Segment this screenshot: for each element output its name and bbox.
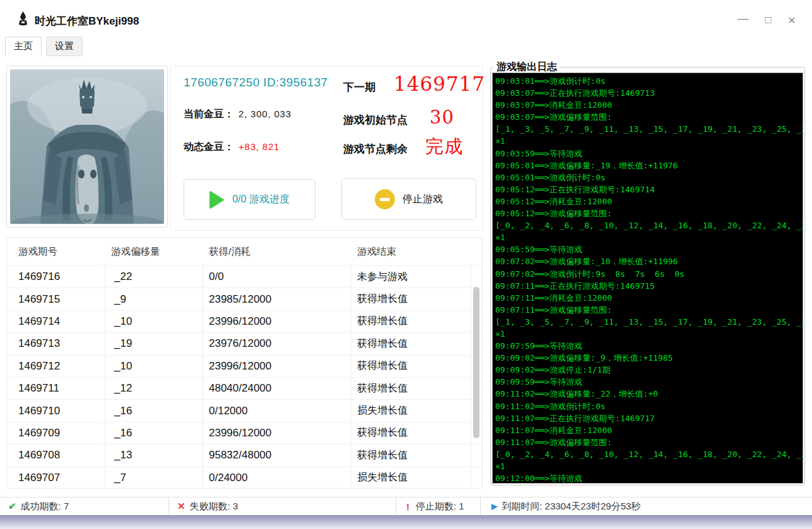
table-cell: 1469712	[7, 360, 108, 373]
log-line: 09:07:11══>游戏偏移量范围:	[495, 304, 803, 316]
log-line: [_0, _2, _4, _6, _8, _10, _12, _14, _16,…	[495, 219, 803, 231]
log-output[interactable]: 09:03:01══>游戏倒计时:0s09:03:07══>正在执行游戏期号:1…	[492, 73, 803, 484]
table-cell: 获得增长值	[351, 382, 464, 395]
table-cell: 48040/24000	[203, 382, 351, 395]
table-row[interactable]: 1469710_160/12000损失增长值	[7, 399, 482, 421]
table-cell: 1469709	[7, 427, 108, 439]
table-row[interactable]: 1469711_1248040/24000获得增长值	[7, 377, 482, 399]
close-button[interactable]: ×	[788, 13, 796, 28]
log-line: 09:11:07══>游戏偏移量范围:	[495, 436, 803, 448]
table-scrollbar[interactable]	[471, 265, 481, 487]
table-row[interactable]: 1469713_1923976/12000获得增长值	[7, 332, 482, 354]
play-icon	[209, 190, 225, 209]
status-success: ✔ 成功期数: 7	[0, 497, 169, 515]
log-line: 09:07:59══>等待游戏	[495, 340, 803, 352]
table-cell: _22	[108, 270, 203, 283]
log-line: 09:05:01══>游戏偏移量:_19，增长值:+11976	[495, 160, 803, 171]
log-line: ×1	[495, 231, 803, 243]
table-cell: 获得增长值	[351, 359, 464, 373]
next-round-row: 下一期 1469717	[343, 73, 485, 95]
title-bar: 时光工作室BYkeji998 — □ ×	[0, 0, 812, 37]
window-title: 时光工作室BYkeji998	[35, 14, 139, 28]
status-fail-text: 失败期数: 3	[190, 501, 238, 513]
table-row[interactable]: 1469708_1395832/48000获得增长值	[7, 444, 482, 466]
node-left-label: 游戏节点剩余	[343, 142, 425, 156]
window-controls: — □ ×	[737, 13, 796, 28]
table-row[interactable]: 1469712_1023996/12000获得增长值	[7, 355, 482, 377]
exclamation-icon: !	[404, 501, 411, 512]
table-cell: 0/24000	[203, 472, 351, 484]
status-stop-text: 停止期数: 1	[416, 501, 464, 513]
table-row[interactable]: 1469707_70/24000损失增长值	[7, 467, 482, 489]
table-row[interactable]: 1469709_1623996/12000获得增长值	[7, 422, 482, 444]
table-cell: 1469713	[7, 337, 108, 350]
log-line: ×1	[495, 135, 803, 147]
cross-icon: ✕	[177, 501, 185, 512]
table-cell: _10	[108, 360, 203, 373]
table-cell: 1469711	[7, 382, 108, 395]
node-left-value: 完成	[425, 134, 463, 160]
col-header-gain-cost: 获得/消耗	[209, 245, 250, 259]
log-line: 09:07:11══>正在执行游戏期号:1469715	[495, 280, 803, 292]
minimize-button[interactable]: —	[737, 12, 748, 25]
stop-game-button[interactable]: 停止游戏	[341, 178, 476, 220]
table-cell: 1469707	[7, 472, 108, 484]
tab-home[interactable]: 主页	[5, 37, 42, 56]
log-line: 09:11:07══>消耗金豆:12000	[495, 424, 803, 436]
log-line: 09:09:59══>等待游戏	[495, 376, 803, 388]
table-row[interactable]: 1469715_923985/12000获得增长值	[7, 288, 482, 310]
table-cell: 获得增长值	[351, 293, 464, 306]
table-cell: _19	[108, 337, 203, 350]
info-panel: 17606767250 ID:3956137 当前金豆：2, 300, 033 …	[170, 66, 483, 231]
table-cell: 0/0	[203, 270, 351, 283]
table-cell: _10	[108, 315, 203, 328]
table-cell: 23985/12000	[203, 293, 351, 306]
status-bar: ✔ 成功期数: 7 ✕ 失败期数: 3 ! 停止期数: 1 ▶ 到期时间: 23…	[0, 497, 812, 515]
dynamic-beans-label: 动态金豆：	[184, 141, 234, 152]
current-beans-label: 当前金豆：	[184, 108, 234, 119]
table-cell: 23996/12000	[203, 427, 351, 439]
table-cell: 1469716	[7, 270, 108, 283]
col-header-round: 游戏期号	[18, 245, 57, 259]
table-cell: 获得增长值	[351, 337, 464, 351]
start-game-button[interactable]: 0/0 游戏进度	[184, 179, 315, 220]
table-cell: 23976/12000	[203, 337, 351, 350]
table-body: 1469716_220/0未参与游戏1469715_923985/12000获得…	[7, 265, 482, 488]
tab-settings[interactable]: 设置	[46, 37, 83, 56]
scrollbar-thumb[interactable]	[473, 287, 480, 438]
init-node-row: 游戏初始节点 30	[343, 107, 454, 128]
table-row[interactable]: 1469716_220/0未参与游戏	[7, 265, 482, 288]
account-id: 17606767250 ID:3956137	[184, 76, 328, 90]
table-cell: _12	[108, 382, 203, 395]
app-icon	[17, 11, 29, 26]
status-expire-text: 到期时间: 23304天23时29分53秒	[502, 501, 640, 513]
log-line: 09:03:07══>正在执行游戏期号:1469713	[495, 87, 803, 99]
table-row[interactable]: 1469714_1023996/12000获得增长值	[7, 310, 482, 332]
log-line: 09:07:02══>游戏倒计时:9s 8s 7s 6s 0s	[495, 268, 803, 280]
table-header: 游戏期号 游戏偏移量 获得/消耗 游戏结束	[7, 238, 482, 265]
table-cell: _7	[108, 472, 203, 484]
log-line: ×1	[495, 460, 803, 472]
table-cell: _13	[108, 449, 203, 462]
status-fail: ✕ 失败期数: 3	[169, 497, 396, 515]
table-cell: 获得增长值	[351, 426, 464, 439]
night-king-avatar	[10, 69, 164, 224]
table-cell: 1469715	[7, 293, 108, 306]
current-beans-value: 2, 300, 033	[238, 108, 291, 119]
table-cell: 23996/12000	[203, 315, 351, 328]
stop-icon	[375, 189, 395, 209]
table-cell: 损失增长值	[351, 404, 464, 417]
table-cell: 1469710	[7, 405, 108, 417]
check-icon: ✔	[8, 501, 16, 512]
log-line: [_1, _3, _5, _7, _9, _11, _13, _15, _17,…	[495, 316, 803, 328]
init-node-label: 游戏初始节点	[343, 113, 430, 127]
log-line: ×1	[495, 328, 803, 340]
app-window: 时光工作室BYkeji998 — □ × 主页 设置	[0, 0, 812, 529]
tab-bar: 主页 设置	[5, 37, 83, 56]
table-cell: 获得增长值	[351, 449, 464, 462]
status-expire: ▶ 到期时间: 23304天23时29分53秒	[481, 497, 812, 515]
log-line: 09:05:12══>游戏偏移量范围:	[495, 207, 803, 219]
log-title: 游戏输出日志	[494, 61, 560, 74]
maximize-button[interactable]: □	[765, 14, 771, 26]
table-cell: 1469708	[7, 449, 108, 462]
